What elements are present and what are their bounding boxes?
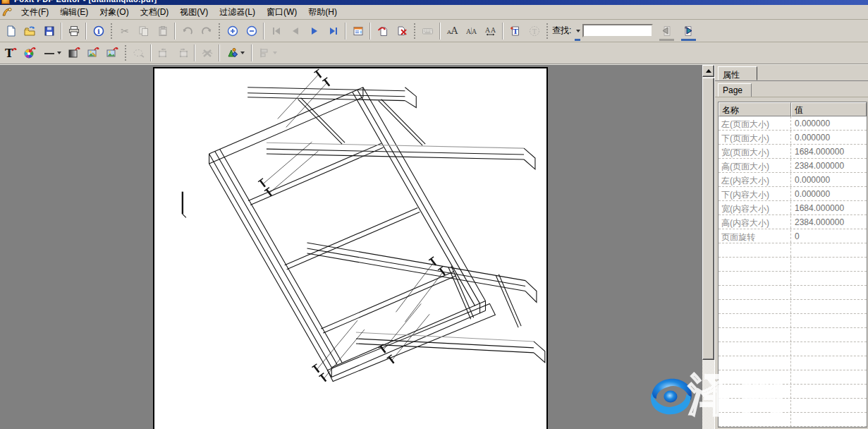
shapes-tool-button[interactable] (222, 44, 249, 62)
save-button[interactable] (39, 22, 59, 40)
properties-panel: 属性 Page 名称 值 左(页面大小)0.000000 下(页面大小)0.00… (714, 65, 868, 429)
menu-edit[interactable]: 编辑(E) (54, 5, 94, 20)
last-page-button[interactable] (324, 22, 343, 40)
first-page-button[interactable] (267, 22, 286, 40)
page-tab[interactable]: Page (718, 83, 752, 97)
table-row-empty (719, 356, 867, 370)
table-row[interactable]: 左(页面大小)0.000000 (719, 116, 867, 131)
open-button[interactable] (20, 22, 39, 40)
toolbar-handle[interactable] (124, 44, 127, 61)
font-width-button[interactable]: AA (481, 22, 500, 40)
table-row[interactable]: 高(页面大小)2384.000000 (719, 159, 867, 173)
delete-object-button[interactable] (197, 44, 216, 62)
up-arrow-icon (706, 69, 711, 73)
delete-page-button[interactable] (392, 22, 411, 40)
font-kerning-button[interactable]: AA (462, 22, 481, 40)
svg-text:A: A (471, 28, 477, 35)
color-tool-button[interactable] (20, 44, 39, 62)
zoom-in-button[interactable] (223, 22, 242, 40)
svg-text:T: T (532, 28, 536, 35)
find-label: 查找: (552, 25, 571, 37)
table-row-empty (719, 342, 867, 356)
separator (150, 44, 152, 61)
table-row-empty (719, 243, 867, 258)
line-style-button[interactable] (39, 44, 65, 62)
toolbar-objects: T (0, 42, 868, 65)
print-button[interactable] (64, 22, 83, 40)
rotate-left-button[interactable] (154, 44, 173, 62)
menu-view[interactable]: 视图(V) (174, 5, 214, 20)
copy-button[interactable] (134, 22, 153, 40)
vertical-scrollbar[interactable] (702, 65, 714, 429)
menu-help[interactable]: 帮助(H) (302, 5, 343, 20)
font-size-button[interactable]: AA (443, 22, 462, 40)
scroll-up-button[interactable] (702, 65, 714, 77)
insert-page-button[interactable] (373, 22, 392, 40)
cut-button[interactable]: ✂ (115, 22, 134, 40)
menu-filter[interactable]: 过滤器(L) (214, 5, 261, 20)
document-icon (1, 6, 13, 18)
cable-tray-drawing (154, 68, 546, 428)
edit-text-tool-button[interactable]: T (1, 44, 20, 62)
menu-document[interactable]: 文档(D) (135, 5, 175, 20)
toolbar-handle[interactable] (218, 23, 221, 40)
rotate-right-button[interactable] (173, 44, 192, 62)
table-row-empty (719, 286, 867, 300)
table-row[interactable]: 宽(页面大小)1684.000000 (719, 145, 867, 159)
scrollbar-thumb[interactable] (702, 78, 714, 360)
table-row[interactable]: 下(页面大小)0.000000 (719, 131, 867, 145)
paste-button[interactable] (153, 22, 172, 40)
menu-object[interactable]: 对象(O) (94, 5, 134, 20)
svg-text:A: A (490, 26, 496, 33)
find-previous-button[interactable] (657, 22, 676, 40)
page-layout-button[interactable] (348, 22, 367, 40)
svg-text:T: T (513, 28, 518, 35)
separator (263, 23, 264, 40)
menu-window[interactable]: 窗口(W) (261, 5, 302, 20)
redo-button[interactable] (197, 22, 216, 40)
new-button[interactable] (1, 22, 20, 40)
table-row-empty (719, 300, 867, 314)
select-object-button[interactable] (129, 44, 148, 62)
table-row-empty (719, 314, 867, 328)
application-window: Foxit PDF Editor - [dianlanqiao.pdf] 文件(… (0, 0, 868, 429)
find-input[interactable] (582, 24, 653, 37)
toolbar-handle[interactable] (546, 23, 549, 40)
zoom-out-button[interactable] (242, 22, 261, 40)
table-row-empty (719, 399, 867, 413)
find-next-button[interactable] (679, 22, 698, 40)
undo-button[interactable] (178, 22, 197, 40)
table-row[interactable]: 页面旋转0 (719, 229, 867, 243)
add-image-tool-button[interactable] (103, 44, 122, 62)
separator (439, 23, 441, 40)
pdf-page[interactable] (153, 67, 548, 429)
toolbar-handle[interactable] (110, 23, 113, 40)
separator (369, 23, 371, 40)
menu-file[interactable]: 文件(F) (16, 5, 54, 20)
separator (61, 23, 62, 40)
column-header-name[interactable]: 名称 (719, 102, 791, 116)
find-options-dropdown[interactable] (573, 22, 582, 40)
toolbar-handle[interactable] (413, 23, 416, 40)
svg-text:i: i (97, 28, 100, 35)
add-text-button[interactable]: T (506, 22, 525, 40)
svg-text:✂: ✂ (121, 25, 129, 37)
table-row[interactable]: 下(内容大小)0.000000 (719, 187, 867, 201)
table-row-empty (719, 258, 867, 272)
document-info-button[interactable]: i (89, 22, 108, 40)
table-row[interactable]: 宽(内容大小)1684.000000 (719, 201, 867, 215)
menu-bar: 文件(F) 编辑(E) 对象(O) 文档(D) 视图(V) 过滤器(L) 窗口(… (0, 5, 868, 20)
column-header-value[interactable]: 值 (791, 102, 867, 116)
shading-tool-button[interactable] (65, 44, 84, 62)
separator (219, 44, 220, 61)
text-properties-button[interactable]: T (525, 22, 544, 40)
previous-page-button[interactable] (286, 22, 305, 40)
edit-image-tool-button[interactable] (84, 44, 103, 62)
table-body: 左(页面大小)0.000000 下(页面大小)0.000000 宽(页面大小)1… (719, 116, 867, 427)
keyboard-button[interactable] (418, 22, 437, 40)
table-row[interactable]: 高(内容大小)2384.000000 (719, 215, 867, 229)
table-row[interactable]: 左(内容大小)0.000000 (719, 173, 867, 187)
next-page-button[interactable] (305, 22, 324, 40)
properties-tab[interactable]: 属性 (718, 66, 757, 80)
align-tool-button[interactable] (255, 44, 281, 62)
